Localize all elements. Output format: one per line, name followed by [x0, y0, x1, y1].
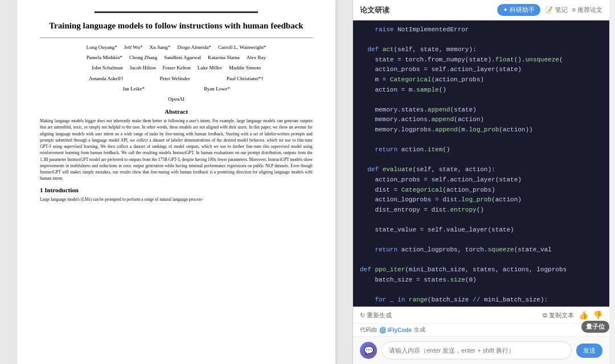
author: Carroll L. Wainwright* [218, 43, 266, 52]
authors-row-org: OpenAI [40, 94, 313, 104]
author: Ryan Lowe* [204, 84, 230, 93]
authors-row-3: John Schulman Jacob Hilton Fraser Kelton… [40, 63, 313, 72]
ai-assistant-button[interactable]: ✦ 科研助手 [497, 4, 540, 16]
author: Jeff Wu* [124, 43, 143, 52]
send-button[interactable]: 发送 [576, 344, 602, 358]
paper-top-bar [95, 11, 258, 13]
author: John Schulman [92, 63, 123, 72]
abstract-title: Abstract [40, 108, 313, 115]
author: Peter Welinder [160, 74, 190, 83]
bottom-area: ↻ 重新生成 ⧉ 复制文本 👍 👎 代码由 🌀 iFlyCode 生成 💬 发送 [353, 307, 609, 364]
like-button[interactable]: 👍 [579, 311, 588, 320]
paper-title: Training language models to follow instr… [40, 20, 313, 32]
credit-suffix: 生成 [414, 326, 425, 334]
credit-bar: 代码由 🌀 iFlyCode 生成 [353, 324, 609, 336]
code-area: raise NotImplementedError def act(self, … [353, 20, 609, 307]
org-label: OpenAI [168, 94, 184, 104]
dislike-button[interactable]: 👎 [593, 311, 602, 320]
paper-panel: Training language models to follow instr… [0, 0, 353, 364]
author: Sandhini Agarwal [164, 53, 201, 62]
author: Paul Christiano*† [227, 74, 264, 83]
author: Pamela Mishkin* [87, 53, 122, 62]
right-panel: 论文研读 ✦ 科研助手 📝 笔记 ≡ 推荐论文 raise NotImpleme… [353, 0, 609, 364]
top-bar: 论文研读 ✦ 科研助手 📝 笔记 ≡ 推荐论文 [353, 0, 609, 20]
credit-text: 代码由 [360, 326, 377, 334]
author: Jacob Hilton [130, 63, 156, 72]
author: Diogo Almeida* [177, 43, 211, 52]
author: Luke Miller [198, 63, 222, 72]
recommend-button[interactable]: ≡ 推荐论文 [572, 6, 602, 14]
paper-divider [40, 38, 313, 38]
chat-input[interactable] [382, 341, 572, 359]
authors-section: Long Ouyang* Jeff Wu* Xu Jiang* Diogo Al… [40, 43, 313, 104]
credit-logo: 🌀 iFlyCode [379, 327, 412, 333]
panel-title: 论文研读 [360, 5, 493, 15]
authors-row-5: Jan Leike* Ryan Lowe* [40, 84, 313, 93]
action-btn-right: ⧉ 复制文本 👍 👎 [543, 311, 602, 320]
regenerate-button[interactable]: ↻ 重新生成 [360, 311, 392, 320]
watermark: 量子位 [581, 321, 609, 333]
author: Xu Jiang* [149, 43, 170, 52]
input-bar: 💬 发送 [353, 336, 609, 364]
chat-avatar: 💬 [360, 342, 377, 359]
note-button[interactable]: 📝 笔记 [545, 6, 567, 14]
copy-button[interactable]: ⧉ 复制文本 [543, 311, 574, 320]
action-bar: ↻ 重新生成 ⧉ 复制文本 👍 👎 [353, 307, 609, 324]
author: Chong Zhang [129, 53, 157, 62]
paper-content: Training language models to follow instr… [17, 0, 335, 364]
author: Maddie Simens [229, 63, 261, 72]
authors-row-1: Long Ouyang* Jeff Wu* Xu Jiang* Diogo Al… [40, 43, 313, 52]
intro-title: 1 Introduction [40, 187, 313, 193]
author: Jan Leike* [122, 84, 145, 93]
author: Fraser Kelton [163, 63, 191, 72]
intro-text: Large language models (LMs) can be promp… [40, 196, 313, 202]
authors-row-4: Amanda Askell† Peter Welinder Paul Chris… [40, 74, 313, 83]
author: Alex Ray [247, 53, 266, 62]
author: Amanda Askell† [89, 74, 123, 83]
author: Katarina Slama [208, 53, 240, 62]
authors-row-2: Pamela Mishkin* Chong Zhang Sandhini Aga… [40, 53, 313, 62]
author: Long Ouyang* [87, 43, 117, 52]
abstract-text: Making language models bigger does not i… [40, 118, 313, 182]
code-content: raise NotImplementedError def act(self, … [360, 25, 602, 307]
